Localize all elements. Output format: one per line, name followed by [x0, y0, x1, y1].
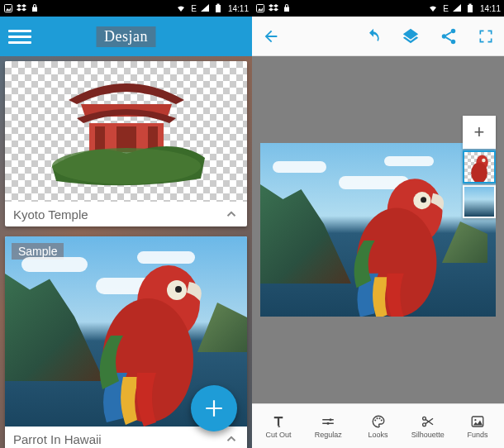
- dropbox-icon: [269, 3, 278, 13]
- wifi-icon: [428, 3, 438, 13]
- tool-label: Cut Out: [266, 431, 292, 439]
- layer-thumb-background[interactable]: [463, 185, 496, 218]
- temple-image: [44, 61, 209, 191]
- fullscreen-button[interactable]: [478, 28, 494, 45]
- lock-icon: [282, 3, 292, 13]
- svg-rect-17: [468, 5, 473, 12]
- palette-icon: [371, 414, 386, 429]
- svg-point-21: [451, 39, 456, 43]
- tool-looks[interactable]: Looks: [353, 414, 402, 439]
- image-indicator-icon: [255, 3, 265, 13]
- image-icon: [470, 414, 485, 429]
- dropbox-icon: [17, 3, 26, 13]
- wifi-icon: [176, 3, 186, 13]
- chevron-up-icon[interactable]: [224, 431, 239, 446]
- network-type: E: [443, 4, 449, 13]
- signal-icon: [452, 3, 462, 13]
- network-type: E: [191, 4, 197, 13]
- svg-marker-15: [258, 7, 263, 11]
- svg-rect-0: [5, 5, 12, 12]
- add-layer-button[interactable]: +: [463, 116, 496, 149]
- svg-rect-4: [216, 4, 219, 6]
- signal-icon: [200, 3, 210, 13]
- svg-point-19: [451, 28, 456, 33]
- status-bar: E 14:11: [0, 0, 252, 17]
- svg-point-30: [327, 422, 330, 424]
- gallery-screen: E 14:11 Desjan: [0, 0, 252, 448]
- svg-point-31: [374, 419, 376, 421]
- project-thumbnail: [5, 61, 247, 202]
- chevron-up-icon[interactable]: [224, 207, 239, 222]
- layer-thumb-parrot[interactable]: [463, 150, 496, 183]
- editor-canvas-area[interactable]: [252, 56, 504, 403]
- tool-silhouette[interactable]: Silhouette: [403, 414, 453, 439]
- add-project-fab[interactable]: [191, 385, 237, 431]
- svg-rect-14: [257, 5, 264, 12]
- svg-rect-6: [95, 126, 105, 152]
- battery-icon: [213, 3, 223, 13]
- undo-button[interactable]: [365, 28, 382, 45]
- svg-point-34: [380, 419, 382, 421]
- editor-canvas[interactable]: [260, 143, 496, 317]
- editor-toolbar: [252, 17, 504, 56]
- svg-point-35: [422, 417, 426, 420]
- share-button[interactable]: [440, 27, 458, 45]
- status-bar: E 14:11: [252, 0, 504, 17]
- project-caption: Kyoto Temple: [13, 207, 88, 222]
- lock-icon: [30, 3, 40, 13]
- svg-point-36: [422, 422, 426, 426]
- tool-label: Regulaz: [315, 431, 342, 439]
- tool-cutout[interactable]: Cut Out: [254, 414, 303, 439]
- tool-label: Looks: [368, 431, 388, 439]
- svg-rect-3: [216, 5, 221, 12]
- clock: 14:11: [228, 4, 249, 13]
- editor-tools: Cut Out Regulaz Looks Silhouette Funds: [252, 403, 504, 448]
- project-caption: Parrot In Hawaii: [13, 432, 102, 446]
- tool-label: Funds: [467, 431, 487, 439]
- svg-rect-18: [468, 4, 471, 6]
- layer-panel: +: [463, 116, 496, 218]
- svg-point-29: [330, 418, 332, 421]
- menu-button[interactable]: [8, 25, 31, 48]
- svg-point-13: [175, 286, 182, 293]
- svg-marker-1: [6, 7, 11, 11]
- image-indicator-icon: [3, 3, 13, 13]
- app-title: Desjan: [96, 26, 156, 47]
- battery-icon: [465, 3, 475, 13]
- parrot-layer[interactable]: [335, 168, 459, 317]
- svg-point-32: [376, 417, 378, 419]
- app-bar: Desjan: [0, 17, 252, 56]
- sliders-icon: [321, 414, 335, 429]
- svg-point-33: [378, 417, 380, 419]
- svg-point-28: [482, 159, 486, 163]
- clock: 14:11: [480, 4, 501, 13]
- svg-point-20: [442, 34, 447, 39]
- svg-point-25: [421, 197, 426, 203]
- project-list[interactable]: Kyoto Temple Sample: [0, 56, 252, 448]
- svg-point-38: [474, 419, 476, 421]
- tool-backgrounds[interactable]: Funds: [453, 414, 502, 439]
- layers-button[interactable]: [402, 27, 420, 45]
- tool-adjust[interactable]: Regulaz: [303, 414, 353, 439]
- svg-marker-16: [453, 4, 461, 12]
- text-format-icon: [271, 414, 286, 429]
- svg-marker-2: [201, 4, 209, 12]
- project-caption-row: Kyoto Temple: [5, 202, 247, 226]
- editor-screen: E 14:11: [252, 0, 504, 448]
- tool-label: Silhouette: [411, 431, 445, 439]
- plus-icon: [203, 398, 225, 419]
- svg-point-9: [52, 148, 201, 184]
- scissors-icon: [421, 414, 435, 429]
- project-card-kyoto[interactable]: Kyoto Temple: [5, 61, 247, 226]
- back-button[interactable]: [262, 27, 280, 45]
